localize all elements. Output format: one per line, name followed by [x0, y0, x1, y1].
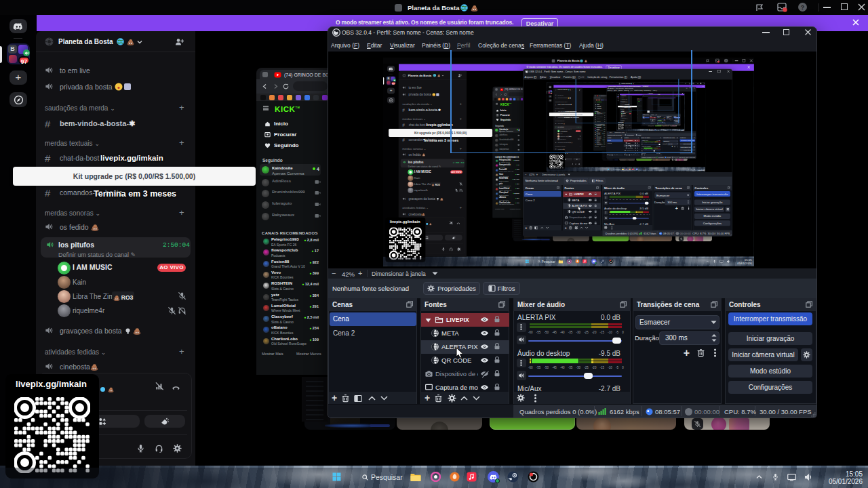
svg-text:?: ? — [693, 83, 694, 84]
svg-text:?: ? — [801, 4, 805, 11]
